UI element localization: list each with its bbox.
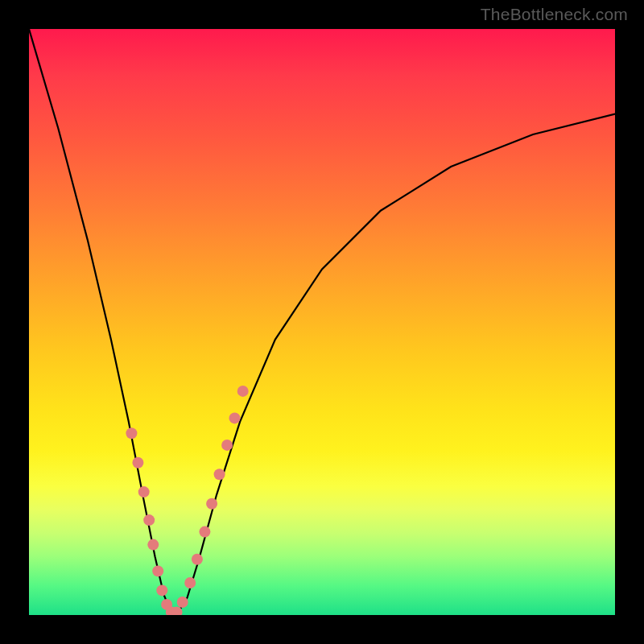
sample-dot <box>147 539 159 551</box>
sample-dot <box>221 440 233 451</box>
sample-dot <box>214 469 225 480</box>
sample-dot <box>192 554 203 565</box>
sample-dot <box>199 526 210 538</box>
sample-dot <box>237 386 249 397</box>
outer-frame: TheBottleneck.com <box>0 0 644 644</box>
sample-dot <box>126 427 137 439</box>
sample-dot <box>132 457 143 469</box>
sample-dot <box>184 577 196 588</box>
chart-svg <box>29 29 615 615</box>
sample-dot <box>206 498 217 510</box>
sample-dot <box>143 514 155 526</box>
plot-area <box>29 29 615 615</box>
watermark-text: TheBottleneck.com <box>481 5 628 24</box>
sample-dot <box>138 486 150 497</box>
sample-dot <box>156 584 167 596</box>
bottleneck-curve <box>29 29 615 612</box>
sample-dot <box>152 565 163 576</box>
sample-dot <box>177 597 188 608</box>
sample-dot <box>229 412 241 423</box>
